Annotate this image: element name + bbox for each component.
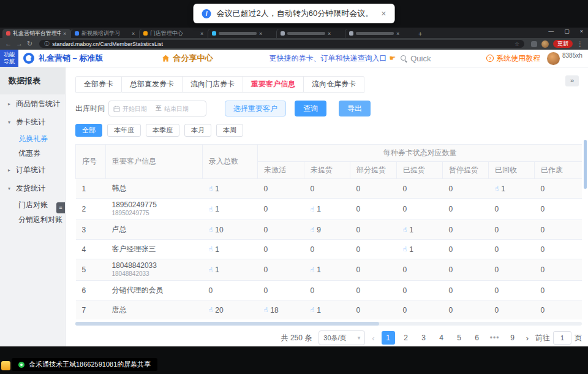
chrome-update-button[interactable]: 更新 <box>553 40 573 48</box>
search-button[interactable]: 查询 <box>295 101 326 116</box>
tab-close-icon[interactable]: × <box>200 31 203 37</box>
page-number[interactable]: 5 <box>453 331 466 345</box>
export-button[interactable]: 导出 <box>339 101 371 116</box>
browser-tabstrip: 礼盒营销平台管理中心×新视频培训学习×门店管理中心×××× + — ▢ × <box>0 28 588 38</box>
goto-page-input[interactable] <box>553 331 571 345</box>
count-link[interactable]: ☝1 <box>311 306 321 315</box>
back-icon[interactable]: ← <box>5 40 12 47</box>
end-date-input[interactable] <box>164 105 195 112</box>
count-link[interactable]: ☝10 <box>209 226 224 234</box>
page-number[interactable]: 4 <box>435 331 448 345</box>
sidebar-item[interactable]: ▸商品销售统计 <box>0 94 65 113</box>
pointer-icon: ☛ <box>389 54 396 63</box>
quick-entry-link[interactable]: 更快捷的券卡、订单和快递查询入口 <box>269 53 386 64</box>
new-tab-button[interactable]: + <box>418 30 422 37</box>
reload-icon[interactable]: ↻ <box>27 40 32 47</box>
quick-filter-chip[interactable]: 本月 <box>184 124 211 137</box>
tab-favicon <box>212 31 216 36</box>
browser-menu-icon[interactable]: ⋮ <box>577 40 583 47</box>
sidebar-item[interactable]: 兑换礼券 <box>0 131 65 146</box>
browser-tab[interactable]: 礼盒营销平台管理中心× <box>2 29 71 38</box>
count-link[interactable]: ☝1 <box>403 226 413 234</box>
content-tab[interactable]: 重要客户信息 <box>243 76 304 93</box>
sidebar-item[interactable]: 分销返利对账 <box>0 212 65 227</box>
share-center-link[interactable]: 合分享中心 <box>162 53 213 64</box>
quick-filter-chip[interactable]: 本年度 <box>107 124 141 137</box>
page-number[interactable]: 3 <box>417 331 431 345</box>
user-avatar[interactable] <box>547 52 560 65</box>
tab-close-icon[interactable]: × <box>396 31 399 37</box>
page-size-select[interactable]: 30条/页 ▾ <box>318 330 365 345</box>
count-link[interactable]: ☝1 <box>495 185 505 193</box>
extension-icon[interactable] <box>531 41 537 47</box>
start-date-input[interactable] <box>123 105 153 112</box>
count-link[interactable]: ☝1 <box>209 245 219 254</box>
caret-icon: ▸ <box>8 101 13 107</box>
col-header-status: 已提货 <box>397 162 443 179</box>
function-nav-block[interactable]: 功能 导航 <box>0 50 18 67</box>
minimize-button[interactable]: — <box>548 28 554 34</box>
sidebar-collapse-handle[interactable]: ≡ <box>56 202 65 213</box>
meeting-app-icon[interactable] <box>1 361 10 370</box>
page-number[interactable]: 9 <box>506 331 519 345</box>
browser-tab[interactable]: × <box>208 29 277 38</box>
vertical-scrollbar[interactable] <box>584 140 587 189</box>
tab-close-icon[interactable]: × <box>328 31 331 37</box>
site-info-icon[interactable]: ⓘ <box>44 40 49 47</box>
content-tab[interactable]: 流向门店券卡 <box>183 76 243 93</box>
tab-close-icon[interactable]: × <box>132 31 135 37</box>
page-number[interactable]: 6 <box>470 331 484 345</box>
page-number[interactable]: 2 <box>399 331 413 345</box>
tutorial-link[interactable]: ? 系统使用教程 <box>486 53 540 64</box>
count-link[interactable]: ☝1 <box>311 205 321 213</box>
count-link[interactable]: ☝1 <box>209 205 219 213</box>
sidebar-item[interactable]: ▸订单统计 <box>0 161 65 179</box>
quick-filter-chip[interactable]: 本周 <box>216 124 243 137</box>
date-range-picker[interactable]: 至 <box>108 101 206 116</box>
tab-close-icon[interactable]: × <box>259 31 262 37</box>
count-link[interactable]: ☝20 <box>209 306 224 315</box>
count-link[interactable]: ☝9 <box>311 226 321 234</box>
count-link[interactable]: ☝1 <box>209 185 219 193</box>
next-page-icon[interactable]: › <box>526 334 529 343</box>
content-tab[interactable]: 全部券卡 <box>75 76 122 93</box>
quick-filter-chip[interactable]: 本季度 <box>146 124 179 137</box>
sidebar-item[interactable]: 优惠券 <box>0 146 65 161</box>
content-tab[interactable]: 流向仓库券卡 <box>304 76 364 93</box>
quick-search[interactable]: Quick <box>401 54 431 63</box>
browser-tab[interactable]: × <box>345 29 414 38</box>
screen-share-indicator[interactable]: 金禾通技术王斌18662591081的屏幕共享 <box>12 358 157 371</box>
cell-customer: 卢总 <box>106 220 203 240</box>
browser-tab[interactable]: 门店管理中心× <box>140 29 208 38</box>
select-customer-button[interactable]: 选择重要客户 <box>225 101 286 116</box>
count-link[interactable]: ☝18 <box>264 306 279 315</box>
panel-collapse-button[interactable]: » <box>565 75 579 86</box>
page-number[interactable]: 1 <box>382 331 395 345</box>
count-link[interactable]: ☝1 <box>209 265 219 274</box>
tab-title <box>356 32 394 35</box>
address-bar[interactable]: ⓘ standard.maboy.cn/CardMemberStatistics… <box>39 40 524 48</box>
hand-icon: ☝ <box>311 266 315 274</box>
maximize-button[interactable]: ▢ <box>564 28 570 34</box>
browser-tab[interactable]: × <box>277 29 345 38</box>
hand-icon: ☝ <box>403 245 407 253</box>
hand-icon: ☝ <box>209 245 213 253</box>
content-tab[interactable]: 总部直发券卡 <box>122 76 183 93</box>
count-link[interactable]: ☝1 <box>403 245 413 254</box>
sidebar-item[interactable]: ▾券卡统计 <box>0 113 65 131</box>
bookmark-star-icon[interactable]: ☆ <box>514 41 519 47</box>
count-link[interactable]: ☝1 <box>311 265 321 274</box>
quick-filter-chip[interactable]: 全部 <box>75 124 102 137</box>
sidebar-item[interactable]: 门店对账 <box>0 197 65 212</box>
toast-close-icon[interactable]: × <box>381 9 386 18</box>
browser-tab[interactable]: 新视频培训学习× <box>71 29 140 38</box>
horizontal-scrollbar[interactable] <box>75 322 582 326</box>
tab-close-icon[interactable]: × <box>63 31 66 37</box>
prev-page-icon[interactable]: ‹ <box>372 334 374 343</box>
sidebar-item[interactable]: ▾发货统计 <box>0 179 65 197</box>
cell-status: 0 <box>397 259 443 281</box>
window-close-button[interactable]: × <box>580 28 583 34</box>
forward-icon[interactable]: → <box>16 40 23 47</box>
browser-profile-avatar[interactable] <box>541 40 549 48</box>
horizontal-scrollbar-thumb[interactable] <box>75 322 379 326</box>
